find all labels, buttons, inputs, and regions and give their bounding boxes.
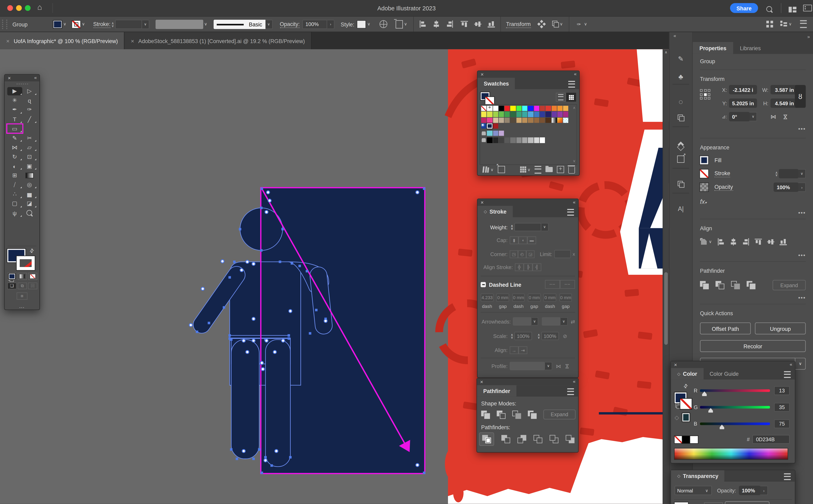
search-icon[interactable] <box>766 5 772 14</box>
swatch[interactable] <box>499 112 504 117</box>
swatch-kinds-chevron-icon[interactable]: ∨ <box>526 167 531 172</box>
line-segment-tool[interactable]: ╱ <box>22 115 37 123</box>
scroll-down-icon[interactable]: ∨ <box>573 159 576 163</box>
align-right-icon[interactable] <box>742 238 750 245</box>
blend-tool[interactable]: ◎ <box>22 181 37 189</box>
swatch[interactable] <box>557 117 563 123</box>
window-panel-icon[interactable] <box>803 5 812 11</box>
align-to-selection-icon[interactable] <box>700 238 708 245</box>
flip-along-icon[interactable]: ⋈ <box>556 363 561 369</box>
share-button[interactable]: Share <box>730 3 758 13</box>
stroke-chevron-icon[interactable]: ∨ <box>81 22 86 26</box>
variable-width-profile-field[interactable] <box>155 20 203 29</box>
align-right-icon[interactable] <box>446 20 454 28</box>
tab-color[interactable]: ◇Color <box>671 368 703 379</box>
stroke-weight-label[interactable]: Stroke: <box>93 21 110 28</box>
align-hcenter-icon[interactable] <box>433 20 440 28</box>
dash-field[interactable]: 0 mm <box>512 293 525 302</box>
gap-field[interactable]: 0 mm <box>559 293 572 302</box>
opacity-field[interactable]: 100% <box>302 20 327 29</box>
dash-field[interactable]: 0 mm <box>543 293 556 302</box>
exclude-button[interactable] <box>747 281 755 289</box>
panel-menu-icon[interactable] <box>567 388 574 395</box>
align-top-icon[interactable] <box>754 238 762 245</box>
fx-button[interactable]: fx▾ <box>700 198 806 205</box>
opacity-label[interactable]: Opacity: <box>280 21 300 28</box>
intersect-button[interactable] <box>512 410 521 419</box>
more-options-icon[interactable]: ••• <box>700 210 806 216</box>
gap-field[interactable]: 0 mm <box>528 293 541 302</box>
angle-field[interactable]: 0° <box>729 112 750 121</box>
hand-tool[interactable]: ψ <box>7 209 22 217</box>
exclude-button[interactable] <box>528 410 537 419</box>
swatch[interactable] <box>534 112 539 117</box>
swatch[interactable] <box>540 106 545 111</box>
new-color-group-icon[interactable] <box>546 167 553 172</box>
tab-properties[interactable]: Properties <box>693 42 733 54</box>
document-tab-inactive[interactable]: × AdobeStock_588138853 (1) [Converted].a… <box>125 32 312 49</box>
arrowhead-start-field[interactable] <box>513 317 531 326</box>
swatch[interactable] <box>487 138 492 143</box>
free-transform-tool[interactable]: ⊡ <box>22 153 37 161</box>
swatch[interactable] <box>534 138 539 143</box>
arrange-documents-icon[interactable] <box>766 21 773 27</box>
selection-tool[interactable]: ▶ <box>7 87 22 95</box>
swatch[interactable] <box>522 106 527 111</box>
type-tool[interactable]: T <box>7 115 22 123</box>
rotate-tool[interactable]: ↻ <box>7 153 22 161</box>
collapse-panel-icon[interactable]: « <box>574 71 576 78</box>
corner-bevel-button[interactable]: ◲ <box>526 250 535 258</box>
swatch[interactable] <box>522 112 527 117</box>
swatch[interactable] <box>499 131 504 136</box>
cap-round-button[interactable]: ◖ <box>518 236 527 244</box>
swatch[interactable] <box>510 117 516 123</box>
workspace-layout-icon[interactable] <box>789 7 796 12</box>
tab-stroke[interactable]: ◇Stroke <box>477 206 513 217</box>
arrowhead-start-chevron-icon[interactable]: ∨ <box>531 317 538 326</box>
curvature-tool[interactable]: ✑ <box>22 106 37 114</box>
document-tab-active[interactable]: × UofA Infographic* @ 100 % (RGB/Preview… <box>0 32 125 49</box>
stroke-proxy[interactable] <box>485 97 494 105</box>
swap-fill-stroke-icon[interactable]: ⇄ <box>28 247 35 254</box>
export-panel-icon[interactable] <box>669 155 692 165</box>
perspective-grid-tool[interactable]: ▣ <box>22 162 37 170</box>
align-stroke-outside-button[interactable]: ╣ <box>533 263 541 271</box>
brush-chevron-icon[interactable]: ∨ <box>265 20 273 29</box>
swatch[interactable] <box>557 112 563 117</box>
swatch[interactable] <box>563 117 568 123</box>
swatch[interactable] <box>487 112 492 117</box>
object-thumbnail[interactable] <box>675 502 688 504</box>
swatch[interactable] <box>516 112 522 117</box>
new-swatch-icon[interactable] <box>557 166 564 173</box>
style-chevron-icon[interactable]: ∨ <box>366 22 371 26</box>
controlbar-drag-handle[interactable] <box>2 20 7 29</box>
grid-view-button[interactable] <box>566 93 576 102</box>
offset-path-button[interactable]: Offset Path <box>700 323 751 335</box>
b-value-field[interactable]: 75 <box>774 419 790 428</box>
swatch[interactable] <box>505 106 510 111</box>
tab-swatches[interactable]: Swatches <box>477 78 515 89</box>
align-vcenter-icon[interactable] <box>767 238 775 245</box>
layers-panel-icon[interactable] <box>669 140 692 149</box>
scroll-up-icon[interactable]: ∧ <box>663 50 669 54</box>
direct-selection-tool[interactable]: ▷ <box>22 87 37 95</box>
panel-menu-icon[interactable] <box>567 209 574 216</box>
unite-button[interactable] <box>700 281 709 289</box>
swatch[interactable] <box>510 106 516 111</box>
tab-color-guide[interactable]: Color Guide <box>703 368 745 379</box>
rectangle-tool[interactable]: ▭ <box>7 125 22 133</box>
tab-libraries[interactable]: Libraries <box>733 42 767 54</box>
3d-cube-icon[interactable]: ◇ <box>675 414 679 421</box>
shape-properties-icon[interactable] <box>537 20 546 28</box>
crop-button[interactable] <box>534 435 542 443</box>
close-panel-icon[interactable]: × <box>674 361 677 368</box>
swatch[interactable] <box>551 112 557 117</box>
angle-chevron-icon[interactable]: ∨ <box>750 112 757 121</box>
merge-button[interactable] <box>517 435 526 443</box>
weight-dropdown-icon[interactable]: ∨ <box>541 223 549 231</box>
symbol-sprayer-tool[interactable]: ∴ <box>7 190 22 198</box>
tab-transparency[interactable]: ◇Transparency <box>671 470 725 482</box>
swatch[interactable] <box>551 117 557 123</box>
expand-button[interactable]: Expand <box>773 280 806 290</box>
swatch[interactable] <box>510 138 516 143</box>
